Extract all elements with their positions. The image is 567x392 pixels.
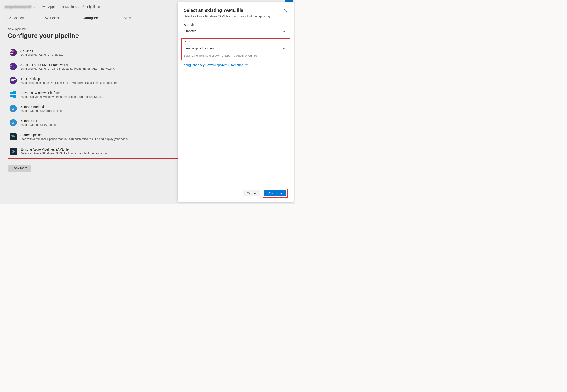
checkmark-icon [8,16,11,19]
svg-rect-9 [12,137,15,137]
path-label: Path [184,40,288,44]
option-desc: Build and run tests for .NET Desktop or … [20,81,118,84]
continue-button[interactable]: Continue [264,190,286,196]
option-desc: Build a Universal Windows Platform proje… [20,95,103,98]
breadcrumb-page[interactable]: Pipelines [87,5,100,9]
option-title: Universal Windows Platform [20,91,103,95]
cancel-button[interactable]: Cancel [243,190,261,196]
close-icon [284,9,287,12]
option-title: ASP.NET [20,49,63,53]
svg-rect-10 [11,138,13,138]
option-title: Existing Azure Pipelines YAML file [21,148,108,151]
pipeline-icon [10,148,17,155]
repo-link-text: aengusheaney/PowerAppsTestAutomation [184,63,243,67]
path-hint: Select a file from the dropdown or type … [184,54,288,57]
breadcrumb-separator: / [34,5,35,9]
option-title: Xamarin.Android [20,105,62,109]
option-desc: Build a Xamarin.iOS project. [20,123,57,126]
windows-icon [10,91,17,98]
step-label: Review [120,16,131,20]
svg-rect-12 [13,151,15,152]
breadcrumb-project[interactable]: Power Apps - Test Studio A… [39,5,80,9]
checkmark-icon [45,16,49,19]
breadcrumb-org[interactable]: aengusheaneymsft [4,5,31,9]
step-select[interactable]: Select [45,13,82,23]
panel-description: Select an Azure Pipelines YAML file in a… [184,14,271,18]
option-title: Xamarin.iOS [20,119,57,123]
option-desc: Start with a minimal pipeline that you c… [20,137,128,140]
svg-rect-8 [11,135,14,136]
close-button[interactable] [283,8,288,13]
step-label: Select [50,16,59,20]
show-more-button[interactable]: Show more [8,165,31,172]
option-desc: Build and test ASP.NET Core projects tar… [20,67,115,70]
option-desc: Build a Xamarin.Android project. [20,109,62,112]
option-desc: Build and test ASP.NET projects. [20,53,63,56]
option-title: ASP.NET Core (.NET Framework) [20,63,115,67]
panel-title: Select an existing YAML file [184,8,271,13]
option-title: Starter pipeline [20,133,128,137]
svg-text:X: X [12,107,14,111]
aspnet-icon: ASP .NET [10,49,17,56]
dotnetcore-icon: .NET Core [10,63,17,70]
pipeline-icon [10,133,17,140]
svg-rect-2 [10,95,13,97]
step-review[interactable]: Review [120,13,157,23]
option-title: .NET Desktop [20,77,118,81]
external-link-icon [245,64,248,66]
branch-select[interactable]: master [184,28,288,35]
svg-rect-11 [12,150,14,151]
xamarin-icon: X [10,105,17,112]
continue-highlight-box: Continue [263,189,288,198]
xamarin-icon: X [10,119,17,126]
svg-rect-3 [13,95,16,98]
svg-text:X: X [12,121,14,125]
step-label: Configure [83,16,98,20]
svg-rect-13 [12,152,14,153]
branch-label: Branch [184,23,288,27]
svg-rect-1 [13,91,16,94]
path-select[interactable]: /azure-pipelines.yml [184,45,288,52]
step-label: Connect [13,16,25,20]
step-configure[interactable]: Configure [83,13,119,23]
breadcrumb-separator: / [83,5,84,9]
dotnet-icon: .NET [10,77,17,84]
step-connect[interactable]: Connect [8,13,44,23]
yaml-file-panel: Select an existing YAML file Select an A… [178,2,294,202]
option-desc: Select an Azure Pipelines YAML file in a… [21,152,108,155]
path-highlight-box: Path /azure-pipelines.yml Select a file … [181,38,290,60]
repo-link[interactable]: aengusheaney/PowerAppsTestAutomation [184,63,288,67]
svg-rect-0 [10,92,13,94]
